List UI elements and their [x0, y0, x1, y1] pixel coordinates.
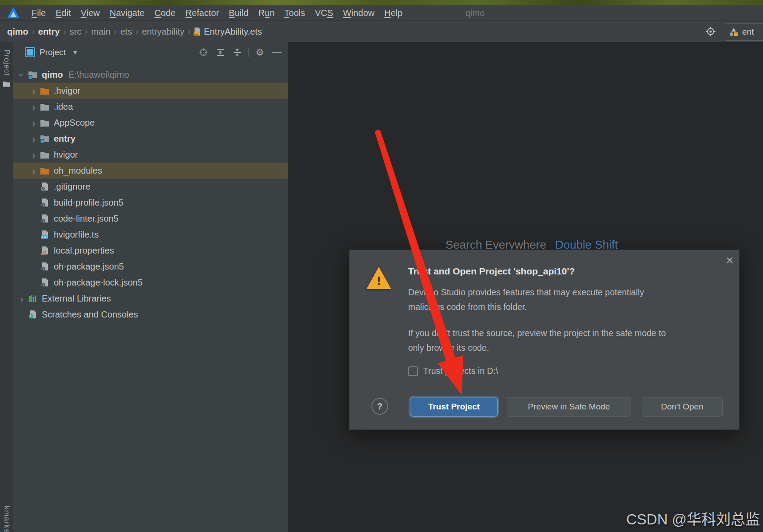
breadcrumb-item-src[interactable]: src: [67, 27, 84, 37]
menu-view[interactable]: View: [76, 8, 105, 18]
breadcrumb: qimo›entry›src›main›ets›entryability›: [0, 27, 191, 37]
breadcrumb-current-file[interactable]: ets EntryAbility.ets: [191, 27, 262, 37]
tree-item-.hvigor[interactable]: ›.hvigor: [13, 83, 288, 99]
tree-item-label: Scratches and Consoles: [42, 310, 138, 320]
breadcrumb-item-ets[interactable]: ets: [118, 27, 135, 37]
tree-item-oh-package-lock.json5[interactable]: ()oh-package-lock.json5: [13, 274, 288, 290]
tree-item-build-profile.json5[interactable]: ()build-profile.json5: [13, 195, 288, 210]
tree-item-oh_modules[interactable]: ›oh_modules: [13, 163, 288, 179]
breadcrumb-separator-icon: ›: [84, 27, 88, 36]
trust-project-dialog: × ! Trust and Open Project 'shop_api10'?…: [349, 250, 739, 430]
tree-item-local.properties[interactable]: local.properties: [13, 242, 288, 258]
stripe-bookmarks-tab[interactable]: kmarks: [2, 506, 11, 532]
menu-help[interactable]: Help: [379, 8, 407, 18]
breadcrumb-item-entry[interactable]: entry: [36, 27, 63, 37]
external-libraries-icon: [28, 294, 38, 303]
menu-window[interactable]: Window: [338, 8, 379, 18]
tree-item-scratches-and-consoles[interactable]: Scratches and Consoles: [13, 306, 288, 322]
tree-item-label: .gitignore: [54, 182, 90, 192]
chevron-collapsed-icon[interactable]: ›: [28, 86, 40, 95]
chevron-collapsed-icon[interactable]: ›: [28, 134, 40, 143]
breadcrumb-separator-icon: ›: [135, 27, 139, 36]
menu-build[interactable]: Build: [224, 8, 253, 18]
expand-all-icon[interactable]: [215, 47, 226, 58]
file-ignored-icon: [40, 182, 50, 191]
menu-run[interactable]: Run: [254, 8, 280, 18]
locate-icon[interactable]: [704, 25, 717, 38]
tree-item-label: External Libraries: [42, 294, 111, 304]
menu-vcs[interactable]: VCS: [310, 8, 338, 18]
menu-items: FileEditViewNavigateCodeRefactorBuildRun…: [27, 8, 407, 18]
menu-bar: FileEditViewNavigateCodeRefactorBuildRun…: [0, 5, 763, 21]
scratches-icon: [28, 310, 38, 319]
tree-item-entry[interactable]: ›entry: [13, 131, 288, 147]
chevron-down-icon[interactable]: ▼: [72, 49, 78, 56]
breadcrumb-item-entryability[interactable]: entryability: [139, 27, 187, 37]
chevron-collapsed-icon[interactable]: ›: [16, 294, 28, 303]
breadcrumb-separator-icon: ›: [63, 27, 67, 36]
stripe-project-tab[interactable]: Project: [2, 49, 11, 89]
breadcrumb-separator-icon: ›: [113, 27, 118, 36]
folder-excluded-icon: [40, 166, 50, 175]
folder-icon: [40, 118, 50, 127]
chevron-expanded-icon[interactable]: ›: [16, 70, 28, 79]
deveco-studio-window: FileEditViewNavigateCodeRefactorBuildRun…: [0, 0, 763, 532]
deveco-logo-icon: [6, 7, 20, 19]
tree-item-hvigor[interactable]: ›hvigor: [13, 147, 288, 163]
tree-item-label: .idea: [54, 102, 73, 112]
tree-item-external-libraries[interactable]: ›External Libraries: [13, 290, 288, 306]
menu-file[interactable]: File: [27, 8, 51, 18]
chevron-collapsed-icon[interactable]: ›: [28, 102, 40, 111]
gear-icon[interactable]: ⚙: [254, 47, 266, 58]
collapse-all-icon[interactable]: [231, 47, 243, 58]
project-view-icon: [25, 47, 35, 57]
help-button[interactable]: ?: [371, 398, 388, 415]
run-target-label: ent: [742, 27, 754, 37]
tree-item-label: local.properties: [54, 246, 114, 256]
folder-excluded-icon: [40, 86, 50, 95]
chevron-collapsed-icon[interactable]: ›: [28, 118, 40, 127]
chevron-collapsed-icon[interactable]: ›: [28, 166, 40, 175]
trust-project-button[interactable]: Trust Project: [410, 397, 498, 417]
dialog-body-line: If you don't trust the source, preview t…: [408, 328, 666, 338]
hide-panel-icon[interactable]: —: [271, 47, 282, 58]
tree-item-appscope[interactable]: ›AppScope: [13, 115, 288, 131]
file-json-icon: (): [40, 278, 50, 287]
project-panel-title[interactable]: Project: [40, 48, 66, 57]
menu-navigate[interactable]: Navigate: [105, 8, 150, 18]
tree-item-label: hvigor: [54, 150, 78, 160]
dont-open-button[interactable]: Don't Open: [642, 397, 723, 417]
close-icon[interactable]: ×: [723, 254, 737, 268]
tree-item-.idea[interactable]: ›.idea: [13, 99, 288, 115]
tree-item-label: entry: [54, 134, 76, 144]
trust-projects-checkbox-label: Trust projects in D:\: [423, 366, 498, 376]
svg-text:TS: TS: [41, 235, 46, 239]
folder-icon: [40, 150, 50, 159]
dialog-body-line: DevEco Studio provides features that may…: [408, 287, 644, 298]
preview-safe-mode-button[interactable]: Preview in Safe Mode: [507, 397, 631, 417]
menu-refactor[interactable]: Refactor: [180, 8, 224, 18]
menu-tools[interactable]: Tools: [279, 8, 310, 18]
menu-edit[interactable]: Edit: [51, 8, 76, 18]
tree-item-label: oh-package-lock.json5: [54, 278, 143, 288]
trust-projects-checkbox-row: Trust projects in D:\: [408, 366, 498, 376]
run-configuration-selector[interactable]: ent: [725, 23, 763, 41]
tree-item-code-linter.json5[interactable]: ()code-linter.json5: [13, 210, 288, 226]
breadcrumb-item-qimo[interactable]: qimo: [4, 27, 31, 37]
file-ts-icon: TS: [40, 230, 50, 239]
tree-item-label: AppScope: [54, 118, 95, 128]
tree-item-qimo[interactable]: ›qimoE:\huawei\qimo: [13, 67, 288, 83]
tree-item-oh-package.json5[interactable]: ()oh-package.json5: [13, 258, 288, 274]
breadcrumb-item-main[interactable]: main: [88, 27, 113, 37]
stripe-bookmarks-label: kmarks: [2, 506, 11, 532]
tree-item-hvigorfile.ts[interactable]: TShvigorfile.ts: [13, 226, 288, 242]
chevron-collapsed-icon[interactable]: ›: [28, 150, 40, 159]
file-properties-icon: [40, 246, 50, 255]
project-folder-icon: [3, 80, 11, 89]
svg-text:(): (): [41, 266, 46, 270]
breadcrumb-separator-icon: ›: [187, 27, 191, 36]
select-opened-file-icon[interactable]: [198, 47, 209, 58]
tree-item-.gitignore[interactable]: .gitignore: [13, 179, 288, 195]
trust-projects-checkbox[interactable]: [408, 366, 418, 376]
menu-code[interactable]: Code: [150, 8, 181, 18]
